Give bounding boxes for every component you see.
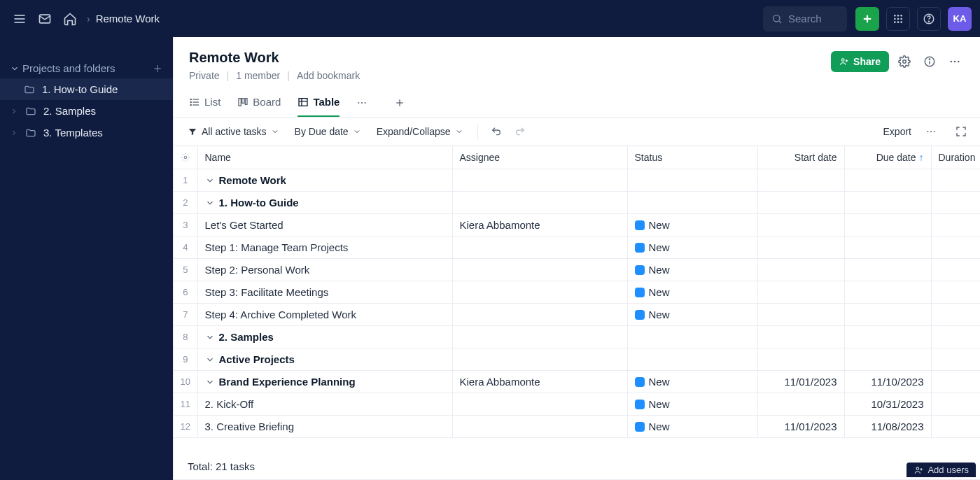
svg-point-50 [934,131,935,132]
share-button[interactable]: Share [831,51,889,72]
expand-row-icon[interactable] [205,198,215,208]
column-status[interactable]: Status [627,146,757,169]
settings-icon[interactable] [895,52,914,71]
table-row[interactable]: 9Active Projects [174,348,980,371]
row-number: 6 [183,287,188,297]
svg-point-36 [190,104,191,105]
apps-grid-icon[interactable] [886,7,910,31]
task-name: Step 4: Archive Completed Work [205,309,357,320]
column-settings-icon[interactable] [174,146,197,169]
home-icon[interactable] [59,8,81,30]
tab-table[interactable]: Table [298,88,340,117]
table-row[interactable]: 21. How-to Guide [174,192,980,214]
column-name[interactable]: Name [197,146,452,169]
expand-row-icon[interactable] [205,377,215,387]
column-start-date[interactable]: Start date [757,146,844,169]
table-row[interactable]: 112. Kick-OffNew10/31/2023 [174,393,980,416]
table-icon [298,97,309,108]
column-assignee[interactable]: Assignee [452,146,627,169]
toolbar-more-icon[interactable] [923,123,939,140]
redo-icon[interactable] [512,123,528,140]
filter-dropdown[interactable]: All active tasks [183,123,284,140]
sidebar-item-label: 3. Templates [43,127,103,139]
row-number: 10 [181,376,190,387]
expand-row-icon[interactable] [205,332,215,342]
user-avatar[interactable]: KA [948,7,972,31]
tab-board[interactable]: Board [237,88,281,117]
status-indicator [635,400,645,409]
hamburger-menu-icon[interactable] [8,8,31,30]
export-label: Export [883,126,911,137]
table-row[interactable]: 123. Creative BriefingNew11/01/202311/08… [174,416,980,438]
sort-dropdown[interactable]: By Due date [290,123,365,140]
task-name: Step 3: Facilitate Meetings [205,286,329,298]
start-date: 11/01/2023 [784,421,836,432]
tab-board-label: Board [253,96,281,108]
status-label: New [649,219,670,231]
svg-point-8 [894,15,896,17]
info-icon[interactable] [920,52,939,71]
inbox-icon[interactable] [34,8,56,30]
table-row[interactable]: 10Brand Experience PlanningKiera Abbamon… [174,371,980,393]
table-row[interactable]: 82. Samples [174,326,980,348]
svg-point-24 [903,60,906,64]
table-row[interactable]: 3Let's Get StartedKiera AbbamonteNew [174,214,980,237]
search-input[interactable]: Search [763,6,847,31]
row-number: 5 [183,264,188,275]
more-icon[interactable] [945,52,965,71]
help-icon[interactable] [917,7,941,31]
due-date: 11/08/2023 [871,421,923,432]
tab-more-icon[interactable] [356,97,368,108]
sidebar-item[interactable]: 2. Samples [0,100,173,122]
undo-icon[interactable] [488,123,505,140]
table-row[interactable]: 4Step 1: Manage Team ProjectsNew [174,237,980,259]
column-duration[interactable]: Duration [931,146,980,169]
breadcrumb[interactable]: Remote Work [96,13,160,24]
breadcrumb-separator: › [84,13,93,24]
status-label: New [649,309,670,320]
sidebar-section-label: Projects and folders [22,62,115,74]
table-row[interactable]: 1Remote Work [174,169,980,192]
svg-point-15 [897,21,899,23]
add-view-icon[interactable] [391,94,408,111]
sidebar-section-header[interactable]: Projects and folders [0,58,173,78]
status-label: New [649,241,670,253]
sidebar-item[interactable]: 3. Templates [0,122,173,143]
svg-point-29 [954,61,956,63]
expand-row-icon[interactable] [205,355,215,365]
sidebar-item[interactable]: 1. How-to Guide [0,78,173,100]
create-button[interactable] [855,7,879,31]
svg-point-52 [917,467,920,470]
status-indicator [635,422,645,432]
svg-point-30 [958,61,960,63]
column-due-date[interactable]: Due date [844,146,931,169]
table-row[interactable]: 6Step 3: Facilitate MeetingsNew [174,281,980,304]
svg-point-48 [927,131,928,132]
svg-point-14 [894,21,896,23]
chevron-down-icon [271,127,279,136]
privacy-label[interactable]: Private [189,70,220,81]
row-number: 11 [181,399,190,409]
export-button[interactable]: Export [879,123,916,140]
members-label[interactable]: 1 member [236,70,280,81]
svg-point-49 [930,131,932,132]
row-number: 3 [183,220,188,230]
add-users-button[interactable]: Add users [906,463,976,477]
tab-list-label: List [204,96,220,108]
table-row[interactable]: 7Step 4: Archive Completed WorkNew [174,304,980,326]
table-row[interactable]: 5Step 2: Personal WorkNew [174,259,980,281]
status-indicator [635,243,645,253]
total-tasks-label: Total: 21 tasks [181,460,255,472]
add-folder-icon[interactable] [152,63,163,74]
expand-row-icon[interactable] [205,176,215,185]
tab-list[interactable]: List [189,88,220,117]
fullscreen-icon[interactable] [952,122,970,141]
page-title: Remote Work [189,50,360,66]
search-placeholder: Search [788,13,822,24]
row-number: 7 [183,309,188,320]
svg-rect-38 [242,98,244,103]
expand-collapse-dropdown[interactable]: Expand/Collapse [372,123,468,140]
task-name: Step 1: Manage Team Projects [205,241,349,253]
svg-point-21 [842,59,845,62]
add-bookmark-link[interactable]: Add bookmark [297,70,360,81]
